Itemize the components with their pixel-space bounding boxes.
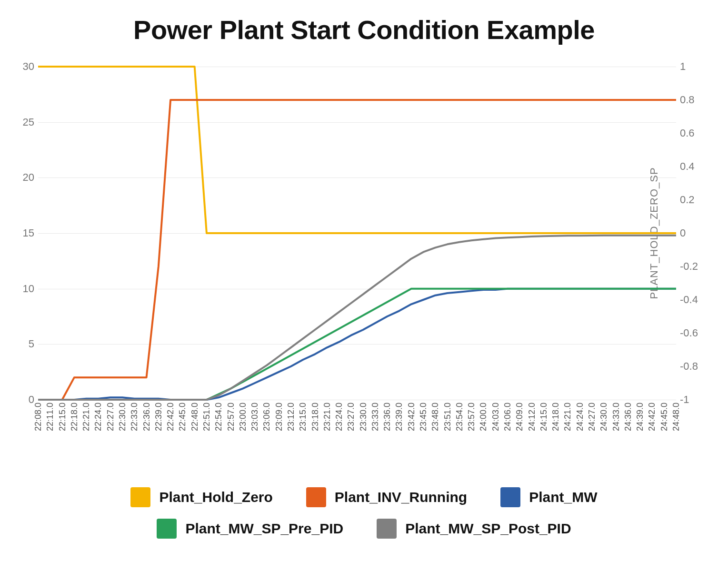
legend-label: Plant_MW — [529, 489, 597, 505]
x-tick-label: 23:39.0 — [394, 403, 404, 431]
legend-item-Plant_MW_SP_Pre_PID: Plant_MW_SP_Pre_PID — [157, 519, 343, 539]
x-tick-label: 22:27.0 — [105, 403, 115, 431]
x-tick-label: 23:24.0 — [334, 403, 344, 431]
chart-page: Power Plant Start Condition Example 0510… — [0, 0, 728, 571]
y-right-tick-label: 0.2 — [680, 194, 695, 206]
x-tick-label: 24:27.0 — [587, 403, 597, 431]
x-tick-label: 23:00.0 — [238, 403, 248, 431]
y-right-tick-label: 0 — [680, 227, 686, 239]
x-tick-label: 23:12.0 — [286, 403, 296, 431]
x-tick-label: 24:09.0 — [515, 403, 525, 431]
y-right-tick-label: -0.4 — [680, 294, 698, 306]
legend-label: Plant_Hold_Zero — [159, 489, 272, 505]
x-tick-label: 23:30.0 — [358, 403, 368, 431]
x-tick-label: 23:09.0 — [274, 403, 284, 431]
x-tick-label: 24:12.0 — [527, 403, 537, 431]
x-tick-label: 22:39.0 — [153, 403, 163, 431]
series-Plant_Hold_Zero — [38, 67, 676, 233]
x-tick-label: 23:36.0 — [382, 403, 392, 431]
legend-item-Plant_MW: Plant_MW — [500, 487, 597, 507]
legend-swatch — [306, 487, 326, 507]
x-tick-label: 22:33.0 — [130, 403, 140, 431]
x-tick-label: 22:24.0 — [93, 403, 103, 431]
x-tick-label: 24:48.0 — [671, 403, 681, 431]
x-tick-label: 22:45.0 — [178, 403, 188, 431]
legend-swatch — [377, 519, 397, 539]
x-tick-label: 23:06.0 — [262, 403, 272, 431]
x-tick-label: 23:33.0 — [370, 403, 380, 431]
y-right-tick-label: 0.6 — [680, 127, 695, 139]
x-tick-label: 23:48.0 — [430, 403, 440, 431]
x-tick-label: 23:27.0 — [346, 403, 356, 431]
x-tick-label: 22:36.0 — [141, 403, 151, 431]
x-tick-label: 22:57.0 — [226, 403, 236, 431]
x-tick-label: 23:57.0 — [467, 403, 477, 431]
x-tick-label: 22:11.0 — [45, 403, 55, 431]
x-tick-label: 22:08.0 — [33, 403, 43, 431]
y-right-tick-label: -0.2 — [680, 260, 698, 273]
x-tick-label: 22:21.0 — [81, 403, 91, 431]
series-Plant_MW — [38, 289, 676, 400]
x-tick-label: 22:30.0 — [117, 403, 127, 431]
legend-label: Plant_INV_Running — [335, 489, 467, 505]
x-tick-label: 24:42.0 — [647, 403, 657, 431]
y-right-tick-label: -0.8 — [680, 360, 698, 373]
x-tick-label: 24:03.0 — [490, 403, 500, 431]
legend-label: Plant_MW_SP_Post_PID — [405, 521, 571, 537]
y-right-tick-label: 1 — [680, 60, 686, 73]
x-tick-label: 22:42.0 — [166, 403, 176, 431]
x-axis: 22:08.022:11.022:15.022:18.022:21.022:24… — [38, 403, 676, 464]
x-tick-label: 24:00.0 — [479, 403, 489, 431]
x-tick-label: 22:48.0 — [189, 403, 199, 431]
x-tick-label: 23:51.0 — [442, 403, 452, 431]
legend-label: Plant_MW_SP_Pre_PID — [185, 521, 343, 537]
y-left-tick-label: 10 — [23, 283, 34, 295]
legend-swatch — [157, 519, 177, 539]
y-right-tick-label: 0.8 — [680, 94, 695, 106]
x-tick-label: 22:54.0 — [214, 403, 224, 431]
legend: Plant_Hold_ZeroPlant_INV_RunningPlant_MW… — [0, 476, 728, 539]
y-right-tick-label: 0.4 — [680, 160, 695, 173]
chart-lines-svg — [38, 67, 676, 400]
chart-title: Power Plant Start Condition Example — [0, 14, 728, 45]
y-right-tick-label: -1 — [680, 394, 689, 406]
legend-swatch — [130, 487, 150, 507]
y-left-tick-label: 20 — [23, 171, 34, 184]
x-tick-label: 23:15.0 — [298, 403, 308, 431]
x-tick-label: 23:03.0 — [250, 403, 260, 431]
series-Plant_INV_Running — [38, 100, 676, 400]
x-tick-label: 22:18.0 — [69, 403, 79, 431]
x-tick-label: 23:42.0 — [406, 403, 416, 431]
x-tick-label: 24:21.0 — [563, 403, 573, 431]
x-tick-label: 24:18.0 — [551, 403, 561, 431]
x-tick-label: 24:15.0 — [539, 403, 548, 431]
x-tick-label: 23:45.0 — [419, 403, 429, 431]
x-tick-label: 23:54.0 — [454, 403, 464, 431]
y-left-tick-label: 5 — [29, 338, 34, 350]
x-tick-label: 22:15.0 — [57, 403, 67, 431]
x-tick-label: 22:51.0 — [201, 403, 211, 431]
legend-row-1: Plant_Hold_ZeroPlant_INV_RunningPlant_MW — [0, 487, 728, 507]
x-tick-label: 24:45.0 — [659, 403, 669, 431]
y-left-tick-label: 15 — [23, 227, 34, 239]
legend-item-Plant_MW_SP_Post_PID: Plant_MW_SP_Post_PID — [377, 519, 571, 539]
x-tick-label: 24:39.0 — [635, 403, 645, 431]
legend-row-2: Plant_MW_SP_Pre_PIDPlant_MW_SP_Post_PID — [0, 519, 728, 539]
legend-item-Plant_INV_Running: Plant_INV_Running — [306, 487, 467, 507]
legend-swatch — [500, 487, 520, 507]
x-tick-label: 24:06.0 — [503, 403, 513, 431]
plot-inner: 051015202530 -1-0.8-0.6-0.4-0.200.20.40.… — [38, 67, 676, 400]
x-tick-label: 24:24.0 — [575, 403, 585, 431]
y-right-tick-label: -0.6 — [680, 327, 698, 339]
x-tick-label: 23:18.0 — [310, 403, 320, 431]
x-tick-label: 24:36.0 — [623, 403, 633, 431]
y-left-tick-label: 30 — [23, 60, 34, 73]
x-tick-label: 23:21.0 — [322, 403, 332, 431]
x-tick-label: 24:30.0 — [599, 403, 609, 431]
plot-area: 051015202530 -1-0.8-0.6-0.4-0.200.20.40.… — [19, 57, 708, 433]
x-tick-label: 24:33.0 — [611, 403, 621, 431]
series-Plant_MW_SP_Pre_PID — [38, 289, 676, 400]
series-Plant_MW_SP_Post_PID — [38, 236, 676, 400]
y-left-tick-label: 25 — [23, 116, 34, 128]
legend-item-Plant_Hold_Zero: Plant_Hold_Zero — [130, 487, 272, 507]
